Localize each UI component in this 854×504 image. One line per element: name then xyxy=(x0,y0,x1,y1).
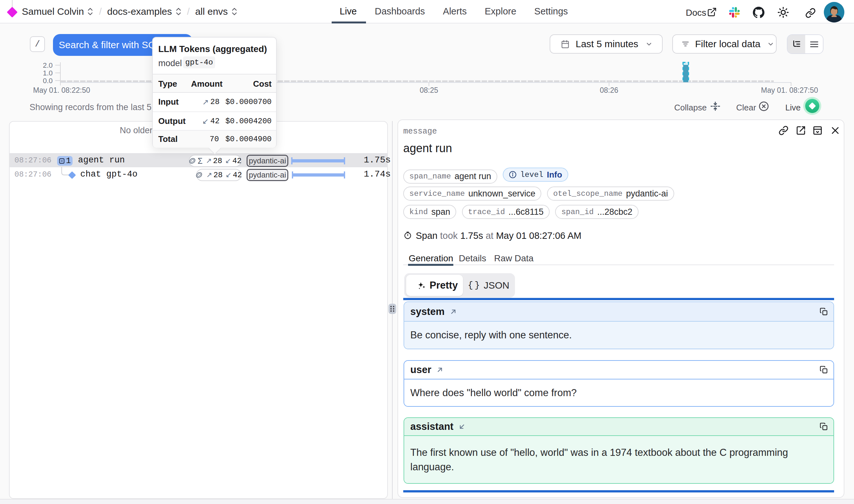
svg-text:2.0: 2.0 xyxy=(43,61,53,69)
svg-text:08:25: 08:25 xyxy=(420,86,438,94)
svg-text:May 01. 08:27:50: May 01. 08:27:50 xyxy=(761,86,818,94)
svg-text:1.0: 1.0 xyxy=(43,69,53,77)
svg-text:08:26: 08:26 xyxy=(600,86,618,94)
svg-text:May 01. 08:22:50: May 01. 08:22:50 xyxy=(33,86,90,94)
svg-text:0.0: 0.0 xyxy=(43,77,53,85)
